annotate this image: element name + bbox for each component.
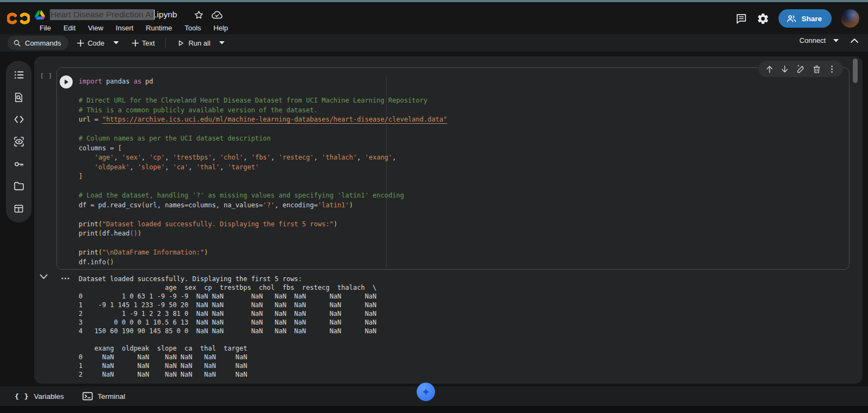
add-code-label: Code <box>87 39 104 47</box>
code-line[interactable]: print("Dataset loaded successfully. Disp… <box>79 220 447 230</box>
code-line[interactable]: # This is a common publicly available ve… <box>79 106 447 116</box>
code-line[interactable]: print(df.head()) <box>79 229 447 239</box>
add-code-button[interactable]: Code <box>74 37 107 49</box>
notebook-title-selected-text: Heart Disease Prediction AI <box>50 9 154 20</box>
code-area[interactable]: import pandas as pd # Direct URL for the… <box>79 77 447 267</box>
menu-runtime[interactable]: Runtime <box>142 23 176 33</box>
data-table-icon[interactable] <box>14 203 24 214</box>
run-all-button[interactable]: Run all <box>174 37 213 49</box>
add-text-button[interactable]: Text <box>129 37 158 49</box>
connect-button[interactable]: Connect <box>800 36 826 45</box>
account-avatar[interactable] <box>841 9 859 28</box>
variables-button[interactable]: { } Variables <box>15 392 64 401</box>
search-icon <box>13 39 21 47</box>
menu-view[interactable]: View <box>84 23 107 33</box>
delete-cell-icon[interactable] <box>812 65 821 74</box>
code-line[interactable]: df.info() <box>79 258 447 268</box>
menu-file[interactable]: File <box>36 23 55 33</box>
execution-count-indicator: [ ] <box>40 72 53 79</box>
code-line[interactable]: 'age', 'sex', 'cp', 'trestbps', 'chol', … <box>79 153 447 163</box>
menu-insert[interactable]: Insert <box>112 23 137 33</box>
connect-caret-icon[interactable] <box>833 39 839 42</box>
plus-icon <box>132 40 139 47</box>
files-folder-icon[interactable] <box>14 181 24 192</box>
menu-edit[interactable]: Edit <box>60 23 79 33</box>
code-line[interactable] <box>79 125 447 135</box>
code-line[interactable]: # Direct URL for the Cleveland Heart Dis… <box>79 96 447 106</box>
star-icon[interactable] <box>194 10 204 20</box>
gemini-spark-button[interactable] <box>417 383 435 401</box>
run-all-label: Run all <box>188 39 210 47</box>
notebook-title-extension: .ipynb <box>155 10 177 20</box>
code-line[interactable]: 'oldpeak', 'slope', 'ca', 'thal', 'targe… <box>79 163 447 173</box>
move-cell-up-icon[interactable] <box>765 65 774 74</box>
menu-tools[interactable]: Tools <box>181 23 205 33</box>
header: Heart Disease Prediction AI.ipynb File E… <box>0 2 868 34</box>
terminal-button[interactable]: Terminal <box>82 392 125 401</box>
code-line[interactable] <box>79 210 447 220</box>
terminal-label: Terminal <box>98 392 125 401</box>
cloud-save-icon[interactable] <box>211 10 223 20</box>
code-line[interactable]: print("\nDataFrame Information:") <box>79 248 447 258</box>
comments-icon[interactable] <box>735 12 748 25</box>
code-line[interactable]: import pandas as pd <box>79 77 447 87</box>
plus-icon <box>77 40 84 47</box>
colab-logo[interactable] <box>7 9 30 28</box>
cell-more-options-icon[interactable] <box>827 65 837 74</box>
add-code-caret-icon[interactable] <box>113 41 119 45</box>
edit-with-ai-icon[interactable] <box>796 64 806 74</box>
code-line[interactable]: df = pd.read_csv(url, names=columns, na_… <box>79 201 447 211</box>
notebook-toolbar: Commands Code Text <box>0 34 868 52</box>
vertical-scrollbar-thumb[interactable] <box>853 59 858 83</box>
toolbar-divider <box>165 38 166 48</box>
add-text-label: Text <box>142 39 155 47</box>
cell-output-text: Dataset loaded successfully. Displaying … <box>79 275 376 379</box>
window-bottom-strip <box>0 406 868 413</box>
collapse-header-chevron-icon[interactable] <box>851 38 858 43</box>
play-icon <box>63 79 69 85</box>
code-line[interactable] <box>79 239 447 249</box>
code-line[interactable]: ] <box>79 172 447 182</box>
code-line[interactable] <box>79 87 447 97</box>
code-line[interactable]: url = "https://archive.ics.uci.edu/ml/ma… <box>79 115 447 125</box>
drive-icon <box>35 10 45 20</box>
share-label: Share <box>801 15 822 23</box>
gemini-spark-icon <box>420 386 431 397</box>
terminal-icon <box>82 392 93 401</box>
code-line[interactable] <box>79 182 447 192</box>
collapse-output-chevron-icon[interactable] <box>40 274 48 279</box>
people-icon <box>786 14 797 23</box>
menubar: File Edit View Insert Runtime Tools Help <box>36 23 232 33</box>
table-of-contents-icon[interactable] <box>14 69 24 80</box>
left-sidebar <box>6 61 31 223</box>
run-cell-button[interactable] <box>60 75 73 88</box>
code-snippets-icon[interactable] <box>14 114 24 125</box>
share-button[interactable]: Share <box>778 9 832 28</box>
variables-label: Variables <box>34 392 63 401</box>
notebook-title[interactable]: Heart Disease Prediction AI.ipynb <box>50 9 177 20</box>
run-all-caret-icon[interactable] <box>219 41 225 45</box>
run-all-play-icon <box>177 39 185 47</box>
menu-help[interactable]: Help <box>210 23 232 33</box>
settings-gear-icon[interactable] <box>757 12 769 25</box>
colab-window: Heart Disease Prediction AI.ipynb File E… <box>0 0 868 413</box>
commands-label: Commands <box>25 39 61 47</box>
find-and-replace-icon[interactable] <box>14 92 24 103</box>
move-cell-down-icon[interactable] <box>780 65 789 74</box>
variables-braces-icon: { } <box>15 392 29 401</box>
code-line[interactable]: # Load the dataset, handling '?' as miss… <box>79 191 447 201</box>
commands-button[interactable]: Commands <box>8 36 68 50</box>
cell-toolbar <box>758 61 843 77</box>
variable-inspector-icon[interactable] <box>14 136 24 147</box>
code-line[interactable]: columns = [ <box>79 144 447 154</box>
code-line[interactable]: # Column names as per the UCI dataset de… <box>79 134 447 144</box>
output-more-options-icon[interactable] <box>61 276 70 281</box>
secrets-key-icon[interactable] <box>14 158 24 169</box>
